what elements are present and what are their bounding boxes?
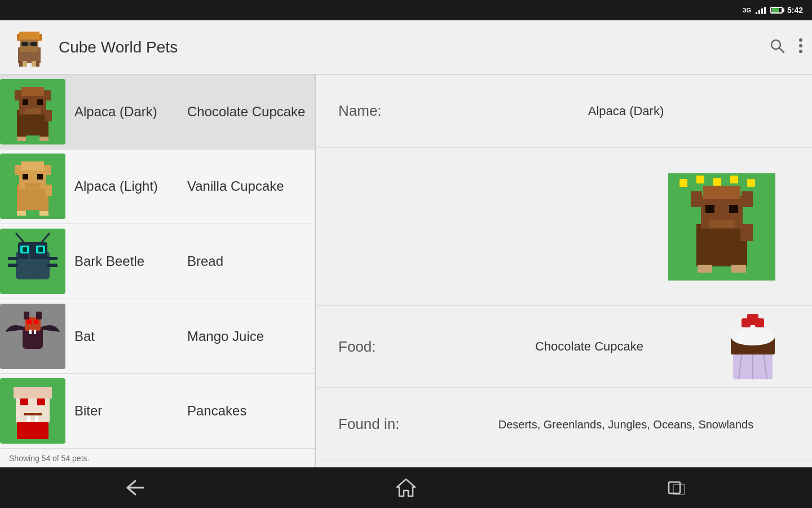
detail-food-row: Food: Chocolate Cupcake: [316, 306, 812, 388]
svg-rect-7: [21, 42, 28, 46]
svg-rect-12: [23, 61, 27, 67]
food-value: Chocolate Cupcake: [462, 339, 716, 354]
detail-image-row: [316, 148, 812, 306]
foundin-value: Deserts, Greenlands, Jungles, Oceans, Sn…: [462, 417, 789, 432]
battery-icon: [770, 7, 783, 14]
list-item[interactable]: Biter Pancakes: [0, 374, 315, 449]
app-icon: [9, 27, 50, 68]
signal-icon: [756, 6, 766, 14]
svg-point-16: [799, 38, 802, 42]
pet-name: Biter: [74, 403, 165, 419]
svg-rect-78: [24, 413, 42, 415]
pet-name: Alpaca (Light): [74, 178, 165, 194]
svg-rect-74: [20, 398, 28, 405]
svg-rect-25: [23, 99, 28, 105]
svg-rect-56: [47, 257, 58, 260]
pet-name: Alpaca (Dark): [74, 104, 165, 120]
list-item[interactable]: Bat Mango Juice: [0, 299, 315, 374]
svg-line-15: [779, 48, 784, 52]
home-button[interactable]: [389, 476, 423, 499]
main-content: Alpaca (Dark) Chocolate Cupcake: [0, 75, 812, 467]
pet-food: Chocolate Cupcake: [187, 104, 305, 120]
svg-rect-67: [34, 319, 38, 324]
pet-thumbnail: [0, 304, 65, 369]
svg-rect-72: [14, 387, 52, 398]
svg-rect-90: [705, 205, 714, 213]
svg-rect-80: [679, 179, 687, 187]
svg-rect-107: [742, 318, 751, 327]
foundin-label: Found in:: [338, 415, 462, 433]
svg-rect-38: [44, 165, 51, 175]
app-title: Cube World Pets: [59, 38, 769, 56]
svg-rect-26: [37, 99, 43, 105]
detail-foundin-row: Found in: Deserts, Greenlands, Jungles, …: [316, 388, 812, 461]
back-button[interactable]: [118, 476, 152, 499]
list-item[interactable]: Alpaca (Light) Vanilla Cupcake: [0, 150, 315, 225]
svg-rect-68: [29, 330, 32, 334]
svg-rect-66: [27, 319, 32, 324]
list-item[interactable]: Alpaca (Dark) Chocolate Cupcake: [0, 75, 315, 150]
svg-rect-24: [44, 90, 51, 100]
svg-rect-76: [27, 415, 30, 422]
app-bar-actions: [769, 38, 803, 57]
search-button[interactable]: [769, 38, 785, 57]
detail-name-row: Name: Alpaca (Dark): [316, 75, 812, 148]
svg-rect-45: [39, 211, 48, 216]
svg-rect-91: [729, 205, 738, 213]
svg-rect-22: [21, 87, 44, 96]
svg-rect-8: [30, 42, 37, 46]
pet-info: Biter Pancakes: [74, 403, 315, 419]
pet-thumbnail: [0, 79, 65, 144]
svg-rect-57: [47, 264, 58, 267]
time-display: 5:42: [787, 6, 803, 15]
svg-rect-83: [730, 176, 738, 183]
svg-rect-108: [755, 318, 764, 327]
pet-list: Alpaca (Dark) Chocolate Cupcake: [0, 75, 316, 467]
svg-rect-40: [37, 174, 43, 179]
pet-food: Mango Juice: [187, 329, 264, 344]
svg-rect-81: [696, 176, 704, 183]
svg-rect-41: [25, 183, 41, 189]
pet-food: Bread: [187, 253, 223, 269]
svg-rect-88: [691, 191, 702, 207]
svg-rect-84: [747, 179, 755, 187]
pet-info: Bark Beetle Bread: [74, 253, 315, 269]
name-label: Name:: [338, 102, 462, 120]
recent-apps-button[interactable]: [660, 476, 694, 499]
svg-rect-82: [713, 178, 721, 186]
svg-rect-44: [17, 211, 26, 216]
svg-rect-69: [34, 330, 36, 334]
svg-rect-23: [15, 90, 21, 100]
detail-pet-image: [665, 170, 778, 283]
svg-rect-32: [45, 110, 52, 121]
name-value: Alpaca (Dark): [462, 104, 789, 119]
svg-rect-95: [698, 265, 712, 273]
svg-rect-36: [21, 161, 44, 170]
food-label: Food:: [338, 338, 462, 356]
pet-info: Alpaca (Dark) Chocolate Cupcake: [74, 104, 315, 120]
nav-bar: [0, 467, 812, 508]
svg-rect-87: [703, 186, 740, 199]
svg-rect-97: [740, 224, 753, 241]
status-bar: 3G 5:42: [0, 0, 812, 20]
more-options-button[interactable]: [798, 38, 803, 57]
svg-rect-58: [28, 253, 30, 277]
pet-name: Bark Beetle: [74, 253, 165, 269]
svg-point-18: [799, 50, 802, 53]
pet-info: Alpaca (Light) Vanilla Cupcake: [74, 178, 315, 194]
svg-rect-52: [23, 247, 27, 252]
svg-rect-30: [17, 137, 26, 141]
svg-rect-27: [25, 108, 41, 114]
svg-rect-73: [17, 422, 48, 439]
pet-food: Vanilla Cupcake: [187, 178, 284, 194]
svg-rect-96: [731, 265, 746, 273]
list-item[interactable]: Bark Beetle Bread: [0, 224, 315, 299]
svg-point-17: [799, 44, 802, 47]
svg-rect-54: [8, 257, 18, 260]
network-indicator: 3G: [743, 7, 751, 14]
svg-rect-13: [32, 61, 36, 67]
svg-rect-9: [28, 43, 30, 45]
pet-name: Bat: [74, 329, 165, 344]
svg-rect-46: [45, 185, 52, 196]
svg-rect-39: [23, 174, 28, 179]
